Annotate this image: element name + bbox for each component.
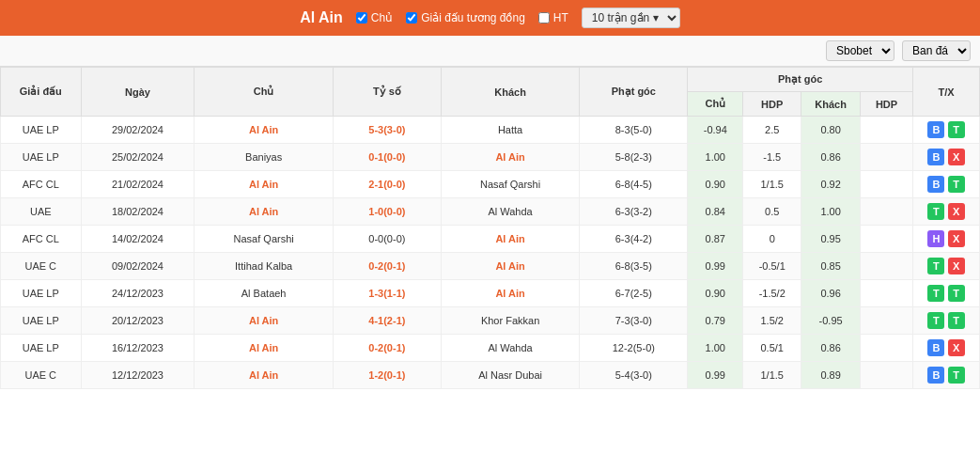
cell-phatgoc: 5-4(3-0) [580, 362, 688, 389]
cell-hdp: 0 [743, 226, 801, 253]
cell-ngay: 14/02/2024 [81, 226, 194, 253]
badge2: X [948, 339, 965, 356]
cell-chu-val: 0.87 [688, 226, 743, 253]
badge1: T [927, 285, 944, 302]
cell-tiso: 0-2(0-1) [333, 335, 441, 362]
table-row: UAE LP 24/12/2023 Al Bataeh 1-3(1-1) Al … [1, 280, 980, 307]
cell-giai: UAE C [1, 253, 82, 280]
cell-hdp2 [861, 253, 913, 280]
cell-tiso: 0-1(0-0) [333, 144, 441, 171]
col-phatgoc: Phạt góc [580, 68, 688, 117]
cell-hdp: 1/1.5 [743, 362, 801, 389]
cell-chu: Al Ain [194, 198, 333, 226]
col-khach: Khách [441, 68, 579, 117]
col-ngay: Ngày [81, 68, 194, 117]
col-hdp2: HDP [861, 92, 913, 117]
col-tx: T/X [913, 68, 980, 117]
cell-phatgoc: 6-8(4-5) [580, 171, 688, 198]
badge2: T [948, 176, 965, 193]
cell-hdp: 1/1.5 [743, 171, 801, 198]
cell-giai: UAE LP [1, 307, 82, 335]
cell-tiso: 1-2(0-1) [333, 362, 441, 389]
band-select[interactable]: Ban đá [902, 40, 971, 61]
cell-badges: B T [913, 171, 980, 198]
cell-phatgoc: 6-3(3-2) [580, 198, 688, 226]
cell-hdp: 1.5/2 [743, 307, 801, 335]
legend-giai: Giải đấu tương đồng [406, 11, 525, 24]
cell-chu: Al Ain [194, 171, 333, 198]
chu-checkbox[interactable] [356, 12, 367, 24]
cell-hdp2 [861, 198, 913, 226]
filter-select[interactable]: 10 trận gần ▾ 5 trận gần 20 trận gần [582, 8, 680, 28]
badge2: T [948, 312, 965, 329]
col-phatgoc-sub: Phạt góc [688, 68, 913, 92]
col-tiso: Tỷ số [333, 68, 441, 117]
cell-hdp2 [861, 307, 913, 335]
table-header-row: Giải đấu Ngày Chủ Tỷ số Khách Phạt góc P… [1, 68, 980, 92]
cell-chu: Al Ain [194, 307, 333, 335]
table-row: UAE C 12/12/2023 Al Ain 1-2(0-1) Al Nasr… [1, 362, 980, 389]
cell-hdp2 [861, 117, 913, 144]
cell-khach: Al Nasr Dubai [441, 362, 579, 389]
cell-khach: Al Ain [441, 226, 579, 253]
cell-chu: Al Bataeh [194, 280, 333, 307]
cell-giai: UAE [1, 198, 82, 226]
cell-hdp2 [861, 171, 913, 198]
header-title: Al Ain [300, 9, 343, 26]
col-chu2: Chủ [688, 92, 743, 117]
cell-hdp: -1.5/2 [743, 280, 801, 307]
cell-khach-val: 0.96 [801, 280, 861, 307]
cell-giai: UAE LP [1, 117, 82, 144]
ht-checkbox[interactable] [538, 12, 550, 24]
cell-ngay: 21/02/2024 [81, 171, 194, 198]
cell-phatgoc: 6-3(4-2) [580, 226, 688, 253]
cell-hdp2 [861, 226, 913, 253]
cell-khach-val: 0.85 [801, 253, 861, 280]
table-row: UAE LP 25/02/2024 Baniyas 0-1(0-0) Al Ai… [1, 144, 980, 171]
cell-tiso: 1-3(1-1) [333, 280, 441, 307]
cell-hdp: 2.5 [743, 117, 801, 144]
cell-ngay: 09/02/2024 [81, 253, 194, 280]
cell-khach: Nasaf Qarshi [441, 171, 579, 198]
cell-phatgoc: 6-8(3-5) [580, 253, 688, 280]
cell-hdp2 [861, 280, 913, 307]
sbobet-select[interactable]: Sbobet 188Bet [826, 40, 894, 61]
cell-badges: B X [913, 335, 980, 362]
cell-khach: Al Ain [441, 144, 579, 171]
cell-hdp2 [861, 335, 913, 362]
table-row: AFC CL 14/02/2024 Nasaf Qarshi 0-0(0-0) … [1, 226, 980, 253]
giai-checkbox[interactable] [406, 12, 417, 24]
subheader: Sbobet 188Bet Ban đá [0, 36, 980, 67]
badge1: H [927, 230, 944, 247]
cell-chu-val: 0.84 [688, 198, 743, 226]
table-row: UAE C 09/02/2024 Ittihad Kalba 0-2(0-1) … [1, 253, 980, 280]
badge1: B [927, 149, 944, 165]
cell-khach-val: 0.86 [801, 144, 861, 171]
cell-khach: Khor Fakkan [441, 307, 579, 335]
cell-chu-val: 0.90 [688, 280, 743, 307]
table-row: UAE LP 29/02/2024 Al Ain 5-3(3-0) Hatta … [1, 117, 980, 144]
badge2: T [948, 121, 965, 138]
cell-giai: UAE LP [1, 280, 82, 307]
cell-chu-val: 1.00 [688, 144, 743, 171]
cell-badges: T X [913, 198, 980, 226]
cell-chu: Al Ain [194, 362, 333, 389]
col-khach2: Khách [801, 92, 861, 117]
cell-ngay: 29/02/2024 [81, 117, 194, 144]
cell-chu-val: 0.99 [688, 253, 743, 280]
cell-hdp: 0.5 [743, 198, 801, 226]
badge2: X [948, 149, 965, 165]
cell-phatgoc: 7-3(3-0) [580, 307, 688, 335]
table-row: UAE LP 16/12/2023 Al Ain 0-2(0-1) Al Wah… [1, 335, 980, 362]
cell-hdp: 0.5/1 [743, 335, 801, 362]
cell-hdp: -1.5 [743, 144, 801, 171]
badge2: X [948, 258, 965, 274]
cell-giai: UAE C [1, 362, 82, 389]
cell-khach-val: 0.89 [801, 362, 861, 389]
badge1: B [927, 339, 944, 356]
cell-khach: Al Ain [441, 253, 579, 280]
col-chu: Chủ [194, 68, 333, 117]
cell-hdp2 [861, 362, 913, 389]
cell-khach: Hatta [441, 117, 579, 144]
cell-phatgoc: 12-2(5-0) [580, 335, 688, 362]
